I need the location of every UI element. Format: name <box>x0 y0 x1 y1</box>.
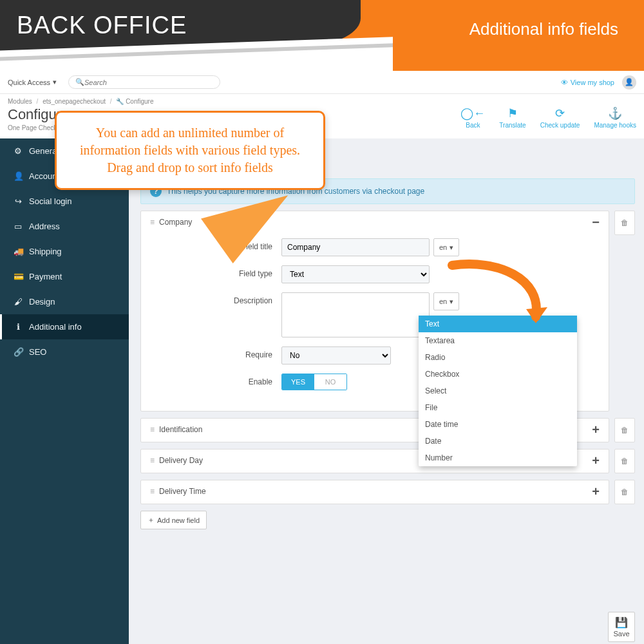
promo-banner: BACK OFFICE Additional info fields <box>0 0 644 71</box>
delete-field-button[interactable]: 🗑 <box>614 418 635 442</box>
address-card-icon: ▭ <box>14 222 23 231</box>
quick-access-dropdown[interactable]: Quick Access ▾ <box>8 78 57 86</box>
flag-icon: ⚑ <box>499 106 526 120</box>
search-box[interactable]: 🔍 <box>68 75 220 89</box>
drag-handle-icon[interactable]: ≡ <box>150 218 154 227</box>
manage-hooks-button[interactable]: ⚓ Manage hooks <box>594 106 636 129</box>
info-icon: ℹ <box>14 322 23 332</box>
user-icon: 👤 <box>14 171 23 181</box>
promo-subtitle: Additional info fields <box>469 19 618 39</box>
header-actions: ◯← Back ⚑ Translate ⟳ Check update ⚓ Man… <box>460 106 636 129</box>
trash-icon: 🗑 <box>621 488 629 497</box>
caret-down-icon: ▾ <box>450 243 453 252</box>
add-new-field-button[interactable]: ＋ Add new field <box>140 511 207 529</box>
user-avatar[interactable]: 👤 <box>622 75 636 90</box>
dropdown-option[interactable]: Checkbox <box>419 366 577 383</box>
app-frame: Quick Access ▾ 🔍 👁 View my shop 👤 Module… <box>0 71 644 644</box>
toggle-yes: YES <box>282 374 314 390</box>
gear-icon: ⚙ <box>14 146 23 156</box>
anchor-icon: ⚓ <box>594 106 636 120</box>
dropdown-option[interactable]: Textarea <box>419 332 577 349</box>
caret-down-icon: ▾ <box>53 78 57 86</box>
save-button[interactable]: 💾 Save <box>608 612 635 642</box>
label-description: Description <box>153 292 281 305</box>
back-button[interactable]: ◯← Back <box>460 106 485 129</box>
quick-access-label: Quick Access <box>8 79 50 86</box>
enable-toggle[interactable]: YES NO <box>281 374 347 390</box>
save-icon: 💾 <box>615 616 628 629</box>
trash-icon: 🗑 <box>621 426 629 435</box>
delete-field-button[interactable]: 🗑 <box>614 480 635 504</box>
wrench-icon: 🔧 <box>116 98 124 105</box>
credit-card-icon: 💳 <box>14 272 23 281</box>
dropdown-option[interactable]: Number <box>419 450 577 466</box>
view-shop-link[interactable]: 👁 View my shop <box>561 79 614 86</box>
sidebar-item-additional-info[interactable]: ℹAdditional info <box>0 314 129 339</box>
login-icon: ↪ <box>14 196 23 206</box>
panel-header[interactable]: ≡ Delivery Time + <box>141 480 609 502</box>
drag-handle-icon[interactable]: ≡ <box>150 487 154 496</box>
trash-icon: 🗑 <box>621 457 629 466</box>
breadcrumb-item[interactable]: ets_onepagecheckout <box>43 98 106 105</box>
delete-field-button[interactable]: 🗑 <box>614 211 635 235</box>
back-arrow-icon: ◯← <box>460 106 485 120</box>
panel-title: Delivery Time <box>159 487 206 496</box>
breadcrumb-item[interactable]: Configure <box>126 98 153 105</box>
dropdown-option[interactable]: Date <box>419 433 577 450</box>
truck-icon: 🚚 <box>14 247 23 256</box>
dropdown-option[interactable]: Select <box>419 383 577 399</box>
field-type-dropdown[interactable]: Text Textarea Radio Checkbox Select File… <box>419 316 577 466</box>
view-shop-label: View my shop <box>571 79 614 86</box>
sidebar-item-shipping[interactable]: 🚚Shipping <box>0 239 129 264</box>
field-type-select[interactable]: Text <box>281 265 430 283</box>
breadcrumb: Modules / ets_onepagecheckout / 🔧 Config… <box>0 94 644 105</box>
field-panel-delivery-time: ≡ Delivery Time + <box>140 480 609 504</box>
search-input[interactable] <box>84 79 213 86</box>
panel-title: Company <box>159 218 192 227</box>
expand-icon[interactable]: + <box>592 488 600 495</box>
eye-icon: 👁 <box>561 79 568 86</box>
callout-text: You can add an unlimited number of infor… <box>71 124 309 176</box>
help-callout: You can add an unlimited number of infor… <box>55 111 325 190</box>
user-icon: 👤 <box>625 78 634 86</box>
topbar: Quick Access ▾ 🔍 👁 View my shop 👤 <box>0 71 644 94</box>
label-enable: Enable <box>153 374 281 386</box>
description-textarea[interactable] <box>281 292 430 337</box>
search-icon: 🔍 <box>75 78 84 86</box>
require-select[interactable]: No <box>281 346 391 365</box>
expand-icon[interactable]: + <box>592 426 600 433</box>
sidebar-item-payment[interactable]: 💳Payment <box>0 264 129 289</box>
check-update-button[interactable]: ⟳ Check update <box>540 106 580 129</box>
sidebar-item-seo[interactable]: 🔗SEO <box>0 339 129 365</box>
dropdown-option[interactable]: Radio <box>419 349 577 366</box>
translate-button[interactable]: ⚑ Translate <box>499 106 526 129</box>
collapse-icon[interactable]: − <box>592 219 600 225</box>
expand-icon[interactable]: + <box>592 457 600 464</box>
sidebar-item-address[interactable]: ▭Address <box>0 214 129 239</box>
toggle-no: NO <box>314 374 346 390</box>
sidebar-item-social-login[interactable]: ↪Social login <box>0 189 129 214</box>
brush-icon: 🖌 <box>14 297 23 307</box>
delete-field-button[interactable]: 🗑 <box>614 449 635 473</box>
trash-icon: 🗑 <box>621 218 629 227</box>
refresh-icon: ⟳ <box>540 106 580 120</box>
panel-title: Delivery Day <box>159 456 203 465</box>
field-title-input[interactable] <box>281 238 430 256</box>
sidebar-item-design[interactable]: 🖌Design <box>0 289 129 314</box>
plus-icon: ＋ <box>147 515 155 525</box>
breadcrumb-item[interactable]: Modules <box>8 98 32 105</box>
drag-handle-icon[interactable]: ≡ <box>150 425 154 434</box>
label-require: Require <box>153 346 281 359</box>
panel-title: Identification <box>159 425 202 434</box>
language-selector[interactable]: en▾ <box>433 238 459 256</box>
promo-title: BACK OFFICE <box>17 12 187 39</box>
drag-handle-icon[interactable]: ≡ <box>150 456 154 465</box>
link-icon: 🔗 <box>14 347 23 357</box>
pointer-arrow-icon <box>446 259 555 332</box>
sidebar: ⚙General 👤Account ↪Social login ▭Address… <box>0 138 129 644</box>
dropdown-option[interactable]: Date time <box>419 416 577 433</box>
dropdown-option[interactable]: File <box>419 399 577 416</box>
